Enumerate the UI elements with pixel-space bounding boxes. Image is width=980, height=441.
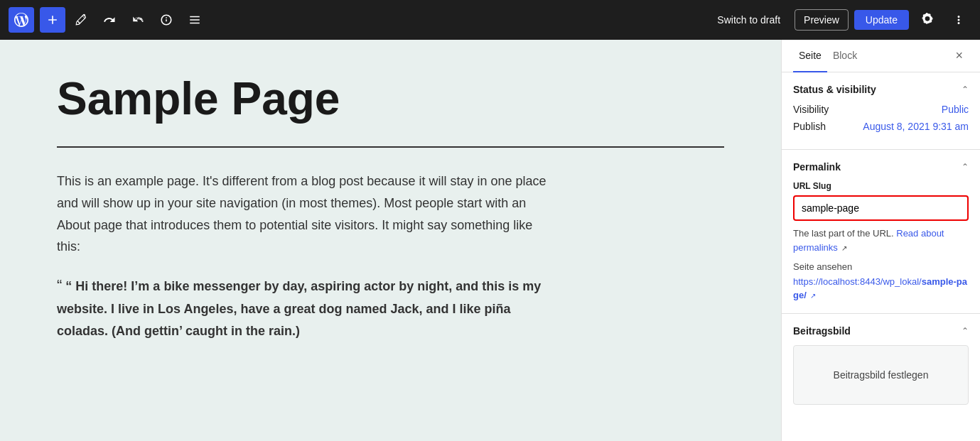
- visibility-label: Visibility: [793, 104, 829, 115]
- seite-ansehen-label: Seite ansehen: [793, 261, 969, 272]
- beitragsbild-header[interactable]: Beitragsbild ⌃: [793, 325, 969, 337]
- permalink-title: Permalink: [793, 161, 841, 173]
- update-button[interactable]: Update: [854, 10, 909, 30]
- permalink-section: Permalink ⌃ URL Slug The last part of th…: [782, 150, 980, 314]
- sidebar-tabs: Seite Block ×: [782, 40, 980, 72]
- page-divider: [57, 146, 724, 148]
- switch-to-draft-button[interactable]: Switch to draft: [709, 10, 789, 30]
- list-view-button[interactable]: [182, 7, 208, 33]
- publish-label: Publish: [793, 121, 826, 132]
- visibility-row: Visibility Public: [793, 104, 969, 115]
- publish-value[interactable]: August 8, 2021 9:31 am: [863, 121, 969, 132]
- add-block-button[interactable]: [40, 7, 65, 33]
- external-link-icon: ↗: [841, 243, 847, 254]
- seite-ansehen-url-normal: https://localhost:8443/wp_lokal/: [793, 276, 922, 287]
- editor-area: Sample Page This is an example page. It'…: [0, 40, 781, 441]
- status-visibility-title: Status & visibility: [793, 84, 876, 95]
- status-visibility-chevron: ⌃: [962, 85, 969, 94]
- beitragsbild-festlegen-label: Beitragsbild festlegen: [834, 369, 929, 381]
- more-options-button[interactable]: [946, 7, 971, 33]
- beitragsbild-box[interactable]: Beitragsbild festlegen: [793, 345, 969, 405]
- settings-button[interactable]: [915, 7, 940, 33]
- edit-icon-button[interactable]: [68, 7, 94, 33]
- main-area: Sample Page This is an example page. It'…: [0, 40, 980, 441]
- seite-ansehen-link[interactable]: https://localhost:8443/wp_lokal/sample-p…: [793, 276, 967, 300]
- status-visibility-section: Status & visibility ⌃ Visibility Public …: [782, 72, 980, 150]
- permalink-header[interactable]: Permalink ⌃: [793, 161, 969, 173]
- permalink-chevron: ⌃: [962, 162, 969, 172]
- url-slug-label: URL Slug: [793, 181, 969, 191]
- visibility-value[interactable]: Public: [942, 104, 969, 115]
- preview-button[interactable]: Preview: [795, 9, 849, 31]
- status-visibility-header[interactable]: Status & visibility ⌃: [793, 84, 969, 95]
- info-button[interactable]: [154, 7, 179, 33]
- page-content: This is an example page. It's different …: [57, 170, 554, 342]
- tab-seite[interactable]: Seite: [793, 40, 827, 72]
- seite-ansehen-external-icon: ↗: [810, 291, 816, 301]
- content-paragraph-1[interactable]: This is an example page. It's different …: [57, 170, 554, 257]
- page-title[interactable]: Sample Page: [57, 74, 724, 124]
- toolbar: Switch to draft Preview Update: [0, 0, 980, 40]
- beitragsbild-section: Beitragsbild ⌃ Beitragsbild festlegen: [782, 314, 980, 416]
- undo-button[interactable]: [97, 7, 122, 33]
- redo-button[interactable]: [125, 7, 151, 33]
- permalink-desc: The last part of the URL. Read about per…: [793, 227, 969, 254]
- beitragsbild-title: Beitragsbild: [793, 325, 851, 337]
- sidebar: Seite Block × Status & visibility ⌃ Visi…: [781, 40, 980, 441]
- publish-row: Publish August 8, 2021 9:31 am: [793, 121, 969, 132]
- quote-text[interactable]: “ Hi there! I’m a bike messenger by day,…: [57, 279, 541, 338]
- beitragsbild-chevron: ⌃: [962, 326, 969, 336]
- tab-block[interactable]: Block: [827, 40, 863, 72]
- content-quote: “ “ Hi there! I’m a bike messenger by da…: [57, 272, 554, 342]
- wp-logo[interactable]: [9, 7, 34, 33]
- quote-mark: “: [57, 276, 62, 294]
- sidebar-close-button[interactable]: ×: [949, 40, 969, 72]
- url-slug-input[interactable]: [793, 195, 969, 221]
